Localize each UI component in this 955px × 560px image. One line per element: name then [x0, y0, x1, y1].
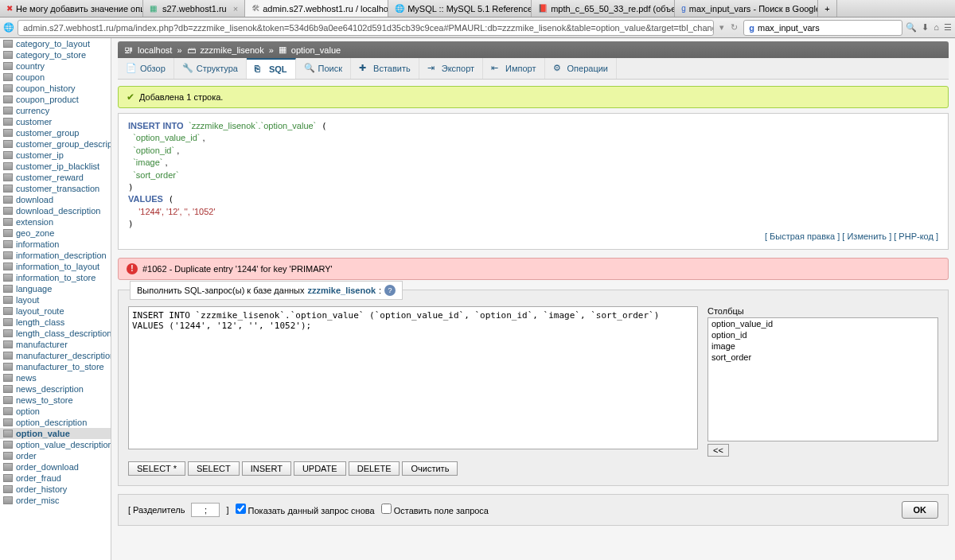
- home-icon[interactable]: ⌂: [934, 22, 939, 33]
- query-action-button[interactable]: SELECT *: [128, 461, 185, 476]
- help-icon[interactable]: ?: [384, 285, 396, 296]
- column-option[interactable]: option_id: [708, 329, 937, 340]
- quick-edit-link[interactable]: Быстрая правка: [770, 231, 835, 241]
- sidebar-table-item[interactable]: news_to_store: [0, 395, 111, 406]
- sidebar-table-item[interactable]: order: [0, 450, 111, 461]
- sidebar-table-item[interactable]: category_to_layout: [0, 38, 111, 49]
- columns-list[interactable]: option_value_idoption_idimagesort_order: [707, 317, 938, 441]
- query-action-button[interactable]: INSERT: [242, 461, 291, 476]
- sidebar-table-item[interactable]: order_download: [0, 461, 111, 472]
- top-tab[interactable]: ⚙Операции: [545, 58, 617, 79]
- sidebar-table-item[interactable]: category_to_store: [0, 49, 111, 60]
- sidebar-table-item[interactable]: order_misc: [0, 495, 111, 506]
- sidebar-table-item[interactable]: download: [0, 194, 111, 205]
- breadcrumb-host[interactable]: localhost: [138, 45, 172, 55]
- reload-icon[interactable]: ↻: [728, 22, 740, 33]
- new-tab-button[interactable]: +: [818, 0, 837, 17]
- sidebar-table-item[interactable]: information_description: [0, 250, 111, 261]
- download-icon[interactable]: ⬇: [922, 22, 929, 33]
- sidebar-table-item[interactable]: order_fraud: [0, 472, 111, 484]
- sidebar-table-item[interactable]: information_to_layout: [0, 261, 111, 272]
- menu-icon[interactable]: ☰: [944, 22, 952, 33]
- sidebar-table-item[interactable]: information: [0, 239, 111, 250]
- column-option[interactable]: image: [708, 340, 937, 352]
- breadcrumb-table[interactable]: option_value: [291, 45, 341, 55]
- sidebar-table-item[interactable]: language: [0, 283, 111, 294]
- table-icon: [3, 185, 13, 192]
- sidebar-table-item[interactable]: customer_transaction: [0, 183, 111, 194]
- table-name: option_value_description: [16, 440, 111, 449]
- sidebar-table-item[interactable]: length_class: [0, 317, 111, 328]
- sql-textarea[interactable]: [128, 306, 698, 449]
- browser-tab[interactable]: 📕mpth_c_65_50_33_re.pdf (объект «appli..…: [532, 0, 675, 17]
- sidebar-table-item[interactable]: download_description: [0, 205, 111, 216]
- sidebar-table-item[interactable]: option_description: [0, 417, 111, 428]
- query-buttons: SELECT *SELECTINSERTUPDATEDELETEОчистить: [128, 461, 938, 476]
- sidebar-table-item[interactable]: layout_route: [0, 305, 111, 317]
- top-tab[interactable]: ⇤Импорт: [483, 58, 544, 79]
- browser-search[interactable]: g max_input_vars: [743, 20, 902, 36]
- browser-tab[interactable]: ▦s27.webhost1.ru×: [143, 0, 245, 17]
- sidebar-table-item[interactable]: manufacturer_to_store: [0, 361, 111, 372]
- sidebar-table-item[interactable]: option_value: [0, 428, 111, 439]
- query-action-button[interactable]: UPDATE: [294, 461, 346, 476]
- table-name: order_download: [16, 462, 79, 472]
- sidebar-table-item[interactable]: customer_ip: [0, 150, 111, 161]
- browser-tab[interactable]: 🌐MySQL :: MySQL 5.1 Reference Manual :..…: [388, 0, 532, 17]
- sidebar-table-item[interactable]: layout: [0, 294, 111, 305]
- top-tab[interactable]: 📄Обзор: [118, 58, 174, 79]
- php-code-link[interactable]: PHP-код: [898, 231, 934, 241]
- sidebar-table-item[interactable]: customer_reward: [0, 172, 111, 183]
- retain-box-checkbox[interactable]: Оставить поле запроса: [381, 504, 489, 515]
- sidebar-table-item[interactable]: coupon_product: [0, 94, 111, 105]
- insert-column-button[interactable]: <<: [707, 444, 729, 457]
- query-action-button[interactable]: Очистить: [402, 461, 458, 476]
- sidebar-table-item[interactable]: option: [0, 406, 111, 417]
- sidebar-table-item[interactable]: customer_group_descriptio: [0, 138, 111, 150]
- dropdown-icon[interactable]: ▾: [717, 22, 727, 33]
- sidebar-table-item[interactable]: customer_ip_blacklist: [0, 161, 111, 172]
- tab-icon: ✚: [359, 63, 370, 74]
- sidebar-table-item[interactable]: geo_zone: [0, 228, 111, 239]
- breadcrumb-db[interactable]: zzzmike_lisenok: [201, 45, 264, 55]
- browser-tab[interactable]: gmax_input_vars - Поиск в Google×: [675, 0, 818, 17]
- column-option[interactable]: option_value_id: [708, 318, 937, 329]
- top-tab[interactable]: ⎘SQL: [247, 58, 296, 79]
- query-db-link[interactable]: zzzmike_lisenok: [307, 286, 376, 295]
- sidebar-table-item[interactable]: option_value_description: [0, 439, 111, 450]
- top-tab[interactable]: 🔧Структура: [174, 58, 247, 79]
- url-input[interactable]: admin.s27.webhost1.ru/pma/index.php?db=z…: [18, 20, 714, 36]
- close-icon[interactable]: ×: [233, 4, 238, 14]
- sidebar-table-item[interactable]: news_description: [0, 383, 111, 395]
- sidebar-table-item[interactable]: extension: [0, 216, 111, 228]
- ok-button[interactable]: OK: [902, 501, 939, 519]
- sidebar-table-item[interactable]: coupon_history: [0, 83, 111, 94]
- browser-tab[interactable]: ✖Не могу добавить значение опции - Op...…: [0, 0, 143, 17]
- top-tab[interactable]: 🔍Поиск: [296, 58, 351, 79]
- sidebar-table-item[interactable]: manufacturer_description: [0, 350, 111, 361]
- column-option[interactable]: sort_order: [708, 352, 937, 363]
- sidebar-table-item[interactable]: coupon: [0, 72, 111, 83]
- sidebar-table-item[interactable]: country: [0, 60, 111, 72]
- sidebar-table-item[interactable]: length_class_description: [0, 328, 111, 339]
- query-action-button[interactable]: SELECT: [188, 461, 240, 476]
- sidebar-table-item[interactable]: news: [0, 372, 111, 383]
- sidebar-table-item[interactable]: order_history: [0, 484, 111, 495]
- search-icon[interactable]: 🔍: [906, 22, 917, 33]
- delimiter-input[interactable]: [191, 503, 220, 517]
- top-tab[interactable]: ⇥Экспорт: [419, 58, 483, 79]
- top-tab[interactable]: ✚Вставить: [351, 58, 419, 79]
- sidebar-table-item[interactable]: customer: [0, 116, 111, 127]
- table-name: category_to_layout: [16, 39, 90, 49]
- edit-link[interactable]: Изменить: [847, 231, 887, 241]
- tab-favicon: ▦: [150, 4, 159, 14]
- show-again-checkbox[interactable]: Показать данный запрос снова: [236, 504, 375, 515]
- table-icon: [3, 196, 13, 204]
- sidebar-table-item[interactable]: customer_group: [0, 127, 111, 138]
- browser-tab[interactable]: 🛠admin.s27.webhost1.ru / localhost / zzz…: [245, 0, 388, 17]
- sidebar-table-item[interactable]: information_to_store: [0, 272, 111, 283]
- sidebar-tables[interactable]: category_to_layoutcategory_to_storecount…: [0, 38, 111, 560]
- sidebar-table-item[interactable]: manufacturer: [0, 339, 111, 350]
- sidebar-table-item[interactable]: currency: [0, 105, 111, 116]
- query-action-button[interactable]: DELETE: [349, 461, 400, 476]
